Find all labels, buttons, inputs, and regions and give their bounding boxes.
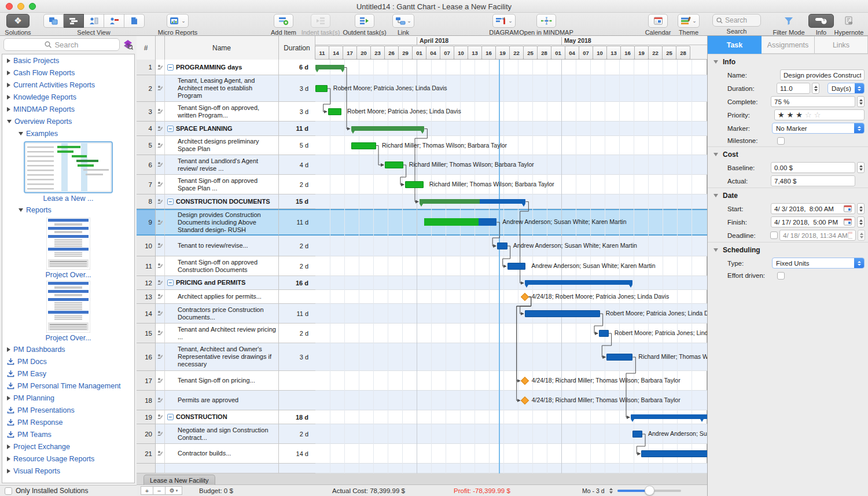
task-name-cell[interactable]: −PRICING and PERMITS <box>165 276 279 290</box>
row-number-cell[interactable]: 17 <box>137 371 156 391</box>
zoom-slider[interactable] <box>617 490 681 492</box>
sidebar-item-pm-presentations[interactable]: PM Presentations <box>2 404 134 416</box>
view-documents-button[interactable] <box>124 14 145 28</box>
table-row-15[interactable]: 15Tenant and Architect review pricing ..… <box>137 324 315 343</box>
task-duration-cell[interactable]: 18 d <box>279 410 315 424</box>
outdent-task-button[interactable] <box>355 14 374 28</box>
task-name-cell[interactable]: Architect applies for permits... <box>165 290 279 304</box>
row-number-cell[interactable]: 1 <box>137 60 156 75</box>
thumbnail-report-preview[interactable] <box>46 281 90 333</box>
task-name-cell[interactable]: Tenant Sign-off on approved Space Plan .… <box>165 175 279 194</box>
task-duration-cell[interactable]: 3 d <box>279 75 315 102</box>
table-row-17[interactable]: 17Tenant Sign-off on pricing... <box>137 371 315 391</box>
sidebar-item-pm-planning[interactable]: PM Planning <box>2 392 134 404</box>
table-row-12[interactable]: 12−PRICING and PERMITS16 d <box>137 276 315 290</box>
row-number-cell[interactable]: 6 <box>137 155 156 175</box>
resource-assign-cell[interactable] <box>156 236 165 256</box>
deadline-checkbox[interactable] <box>770 232 778 239</box>
row-number-cell[interactable]: 12 <box>137 276 156 290</box>
task-duration-cell[interactable] <box>279 371 315 391</box>
task-duration-cell[interactable]: 16 d <box>279 276 315 290</box>
duration-input[interactable] <box>777 83 810 94</box>
section-scheduling[interactable]: Scheduling <box>708 242 868 256</box>
resource-assign-cell[interactable] <box>156 75 165 102</box>
resource-assign-cell[interactable] <box>156 444 165 464</box>
summary-bar[interactable] <box>315 65 344 69</box>
solutions-button[interactable]: ❖ <box>6 14 30 28</box>
sidebar-item-examples[interactable]: Examples <box>2 127 134 139</box>
table-row-9[interactable]: 9Design provides Construction Documents … <box>137 209 315 236</box>
row-number-cell[interactable]: 14 <box>137 304 156 324</box>
table-row-18[interactable]: 18Permits are approved <box>137 391 315 410</box>
task-duration-cell[interactable]: 11 d <box>279 209 315 236</box>
task-duration-cell[interactable] <box>279 391 315 410</box>
open-in-mindmap-button[interactable] <box>536 14 556 28</box>
task-name-cell[interactable]: Tenant Sign-off on approved Construction… <box>165 256 279 276</box>
row-number-cell[interactable]: 9 <box>137 209 156 236</box>
timescale-stepper[interactable] <box>609 488 613 494</box>
collapse-icon[interactable]: − <box>167 126 174 132</box>
add-item-button[interactable] <box>274 14 293 28</box>
task-name-cell[interactable]: −SPACE PLANNING <box>165 122 279 136</box>
sidebar-item-overview-reports[interactable]: Overview Reports <box>2 115 134 127</box>
resource-assign-cell[interactable] <box>156 290 165 304</box>
resource-assign-cell[interactable] <box>156 343 165 371</box>
sidebar-item-pm-easy[interactable]: PM Easy <box>2 368 134 380</box>
row-number-cell[interactable]: 5 <box>137 136 156 155</box>
task-name-cell[interactable]: Negotiate and sign Construction Contract… <box>165 424 279 444</box>
table-row-3[interactable]: 3Tenant Sign-off on approved, written Pr… <box>137 102 315 122</box>
resource-assign-cell[interactable] <box>156 391 165 410</box>
sidebar-item-visual-reports[interactable]: Visual Reports <box>2 465 134 477</box>
task-duration-cell[interactable]: 15 d <box>279 194 315 209</box>
task-name-cell[interactable]: −CONSTRUCTION DOCUMENTS <box>165 194 279 209</box>
finish-date-field[interactable]: 4/ 17/ 2018, 5:00 PM <box>771 216 855 227</box>
task-name-cell[interactable]: −PROGRAMMING days <box>165 60 279 75</box>
only-installed-checkbox[interactable] <box>5 487 12 495</box>
task-bar[interactable] <box>632 431 642 438</box>
view-gantt-button[interactable] <box>64 14 84 28</box>
finish-date-stepper[interactable] <box>857 216 865 227</box>
column-header-duration[interactable]: Duration <box>279 36 315 60</box>
task-bar[interactable] <box>385 161 403 168</box>
sidebar-item-current-activities-reports[interactable]: Current Activities Reports <box>2 79 134 91</box>
table-row-8[interactable]: 8−CONSTRUCTION DOCUMENTS15 d <box>137 194 315 209</box>
task-duration-cell[interactable]: 2 d <box>279 236 315 256</box>
collapse-icon[interactable]: − <box>167 414 174 420</box>
task-name-cell[interactable]: Contractor builds... <box>165 444 279 464</box>
theme-button[interactable]: ⌄ <box>678 14 700 28</box>
row-number-cell[interactable]: 4 <box>137 122 156 136</box>
row-number-cell[interactable]: 13 <box>137 290 156 304</box>
table-row-6[interactable]: 6Tenant and Landlord's Agent review/ rev… <box>137 155 315 175</box>
thumbnail-caption[interactable]: Lease a New ... <box>43 194 94 203</box>
thumbnail-caption[interactable]: Project Over... <box>45 334 91 342</box>
deadline-date-stepper[interactable] <box>858 230 865 241</box>
sidebar-item-pm-teams[interactable]: PM Teams <box>2 428 134 440</box>
table-row-16[interactable]: 16Tenant, Architect and Owner's Represen… <box>137 343 315 371</box>
resource-assign-cell[interactable] <box>156 424 165 444</box>
sidebar-thumbnail[interactable]: Project Over... <box>2 281 134 342</box>
task-duration-cell[interactable]: 3 d <box>279 343 315 371</box>
add-row-button[interactable]: + <box>141 486 153 495</box>
summary-bar[interactable] <box>351 126 425 131</box>
row-number-cell[interactable]: 21 <box>137 444 156 464</box>
micro-reports-button[interactable]: ⌄ <box>167 14 189 28</box>
resource-assign-cell[interactable] <box>156 136 165 155</box>
task-duration-cell[interactable]: 3 d <box>279 102 315 122</box>
row-number-cell[interactable]: 3 <box>137 102 156 122</box>
solutions-store-icon[interactable] <box>123 39 133 50</box>
resource-assign-cell[interactable] <box>156 304 165 324</box>
star-filled-icon[interactable]: ★ <box>796 111 803 119</box>
tab-links[interactable]: Links <box>815 36 868 54</box>
task-name-cell[interactable]: Design provides Construction Documents i… <box>165 209 279 236</box>
start-date-stepper[interactable] <box>857 203 865 214</box>
task-bar[interactable] <box>525 310 600 317</box>
collapse-icon[interactable]: − <box>167 199 174 205</box>
row-number-cell[interactable]: 18 <box>137 391 156 410</box>
sidebar-item-project-exchange[interactable]: Project Exchange <box>2 440 134 453</box>
sidebar-thumbnail[interactable]: Project Over... <box>2 218 134 279</box>
column-header-num[interactable]: # <box>137 36 156 60</box>
resource-assign-cell[interactable] <box>156 122 165 136</box>
task-name-cell[interactable]: Tenant and Landlord's Agent review/ revi… <box>165 155 279 175</box>
row-number-cell[interactable]: 19 <box>137 410 156 424</box>
collapse-icon[interactable]: − <box>167 64 174 71</box>
